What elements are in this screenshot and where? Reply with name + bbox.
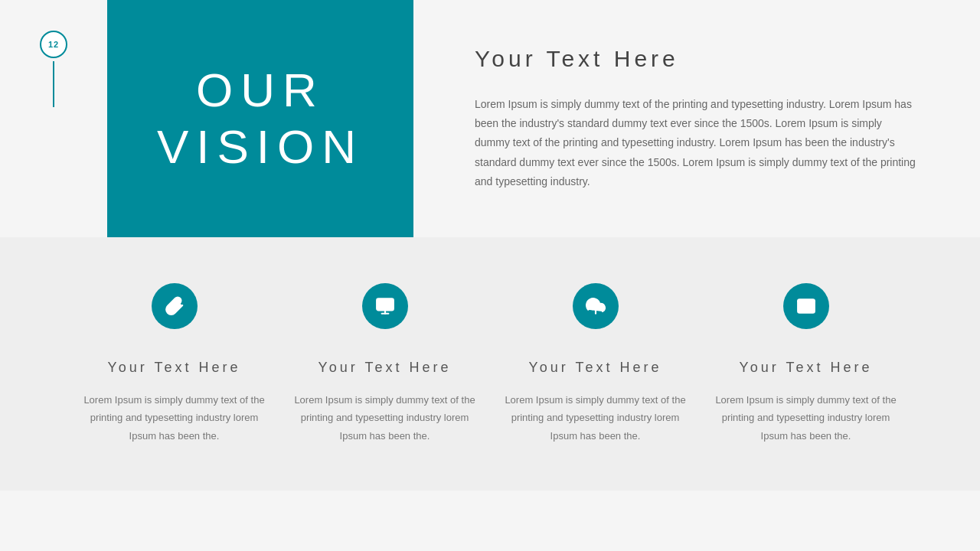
feature-title-2: Your Text Here — [318, 360, 451, 376]
pin-line — [53, 61, 54, 107]
right-content: Your Text Here Lorem Ipsum is simply dum… — [413, 0, 980, 237]
feature-title-1: Your Text Here — [107, 360, 240, 376]
hero-block: OUR VISION — [107, 0, 413, 237]
left-sidebar: 12 — [0, 0, 107, 237]
envelope-icon — [796, 296, 816, 316]
pin-circle: 12 — [40, 31, 67, 58]
content-body: Lorem Ipsum is simply dummy text of the … — [475, 95, 919, 191]
monitor-icon — [375, 296, 395, 316]
feature-text-4: Lorem Ipsum is simply dummy text of the … — [710, 391, 902, 445]
feature-card-3: Your Text Here Lorem Ipsum is simply dum… — [500, 283, 691, 445]
feature-title-4: Your Text Here — [739, 360, 872, 376]
feature-title-3: Your Text Here — [528, 360, 662, 376]
cloud-upload-icon-circle — [573, 283, 619, 329]
feature-text-3: Lorem Ipsum is simply dummy text of the … — [500, 391, 691, 445]
page-wrapper: 12 OUR VISION Your Text Here Lorem Ipsum… — [0, 0, 980, 491]
feature-text-1: Lorem Ipsum is simply dummy text of the … — [79, 391, 270, 445]
envelope-icon-circle — [783, 283, 829, 329]
top-section: 12 OUR VISION Your Text Here Lorem Ipsum… — [0, 0, 980, 237]
feature-card-1: Your Text Here Lorem Ipsum is simply dum… — [79, 283, 270, 445]
hero-line1: OUR — [157, 62, 364, 119]
content-heading: Your Text Here — [475, 46, 919, 72]
cloud-upload-icon — [586, 296, 606, 316]
paperclip-icon-circle — [152, 283, 198, 329]
monitor-icon-circle — [362, 283, 408, 329]
feature-card-4: Your Text Here Lorem Ipsum is simply dum… — [710, 283, 902, 445]
feature-card-2: Your Text Here Lorem Ipsum is simply dum… — [289, 283, 481, 445]
paperclip-icon — [165, 296, 185, 316]
hero-line2: VISION — [157, 119, 364, 175]
svg-rect-0 — [377, 298, 394, 310]
feature-text-2: Lorem Ipsum is simply dummy text of the … — [289, 391, 481, 445]
pin-label: 12 — [48, 40, 59, 49]
hero-title: OUR VISION — [157, 62, 364, 176]
bottom-section: Your Text Here Lorem Ipsum is simply dum… — [0, 237, 980, 491]
